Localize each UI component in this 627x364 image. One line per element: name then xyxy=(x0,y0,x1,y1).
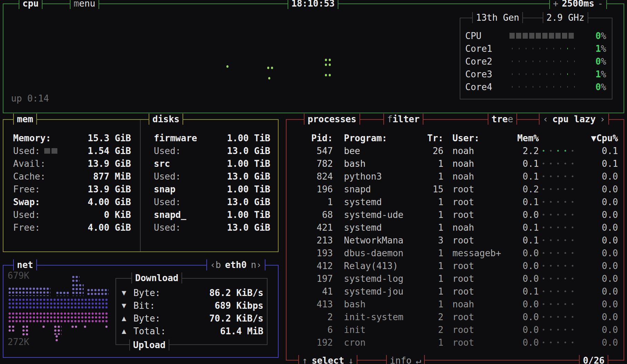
process-row[interactable]: 197systemd-log1root0.00.0 xyxy=(287,272,624,285)
process-threads: 1 xyxy=(420,299,443,309)
process-row[interactable]: 421systemd1noah0.10.0 xyxy=(287,221,624,234)
net-speed-value: 61.4 MiB xyxy=(185,326,263,336)
process-mem-percent: 0.1 xyxy=(511,286,539,297)
processes-panel-title: processes xyxy=(304,114,360,125)
process-cpu-minigraph xyxy=(539,214,577,215)
meter-dot xyxy=(519,48,520,49)
process-row[interactable]: 68systemd-ude1root0.00.0 xyxy=(287,208,624,221)
process-user: noah xyxy=(443,146,511,156)
interval-increase-button[interactable]: + xyxy=(553,0,559,9)
minigraph-dot xyxy=(564,265,566,267)
sort-next-button[interactable]: › xyxy=(600,114,605,124)
meter-block xyxy=(536,33,541,39)
memory-stat-label: Free: xyxy=(13,222,40,233)
menu-button[interactable]: menu xyxy=(70,0,99,9)
header-pid[interactable]: Pid: xyxy=(295,133,333,143)
process-row[interactable]: 2init-system2root0.00.0 xyxy=(287,310,624,323)
meter-dot xyxy=(526,60,526,62)
process-threads: 1 xyxy=(420,159,443,169)
tree-hotkey: e xyxy=(508,114,513,124)
select-up-button[interactable]: ↑ xyxy=(302,355,308,364)
net-panel: net ‹beth0n› 679K 272K Download Upload xyxy=(3,265,279,358)
usage-number: 0 xyxy=(596,31,601,41)
cpu-panel: cpu menu 18:10:53 +2500ms- up 0:14 13th … xyxy=(3,3,624,113)
process-row[interactable]: 413bash1noah0.00.0 xyxy=(287,298,624,310)
header-cpu-sorted[interactable]: ▼Cpu% xyxy=(577,133,618,143)
meter-dot xyxy=(526,73,526,75)
minigraph-dot xyxy=(557,252,559,254)
process-mem-percent: 0.2 xyxy=(511,184,539,194)
process-row[interactable]: 192cron1root0.00.0 xyxy=(287,336,624,349)
process-cpu-percent: 0.0 xyxy=(577,337,618,348)
usage-number: 0 xyxy=(596,82,601,92)
minigraph-dot xyxy=(550,278,552,279)
net-speed-value: 689 Kibps xyxy=(185,300,263,311)
core-usage-meter xyxy=(509,73,577,75)
minigraph-dot xyxy=(564,163,566,164)
meter-dot xyxy=(533,86,533,88)
process-row[interactable]: 213NetworkMana3root0.10.0 xyxy=(287,234,624,247)
usage-number: 1 xyxy=(596,44,601,54)
cpu-usage-meter xyxy=(509,33,577,39)
meter-dot xyxy=(567,48,568,49)
process-program: systemd xyxy=(333,197,420,207)
process-row[interactable]: 6init2root0.00.0 xyxy=(287,323,624,336)
net-device-next-button[interactable]: n› xyxy=(251,260,262,270)
select-label[interactable]: select xyxy=(308,355,348,364)
header-threads[interactable]: Tr: xyxy=(420,133,443,143)
core-label: Core2 xyxy=(465,56,509,67)
process-row[interactable]: 782bash1noah0.10.1 xyxy=(287,157,624,170)
header-mem[interactable]: Mem% xyxy=(511,133,539,143)
process-row[interactable]: 193dbus-daemon1messageb+0.00.0 xyxy=(287,247,624,259)
net-speed-row: ▲Total:61.4 MiB xyxy=(116,325,267,337)
meter-dot xyxy=(553,60,554,62)
process-row[interactable]: 41systemd-jou1root0.10.0 xyxy=(287,285,624,298)
process-pid: 196 xyxy=(295,184,333,194)
disk-stat-row: snap1.00 TiB xyxy=(141,183,277,195)
process-mem-percent: 0.0 xyxy=(511,261,539,271)
download-title: Download xyxy=(131,272,182,284)
interval-decrease-button[interactable]: - xyxy=(598,0,603,9)
process-cpu-percent: 0.0 xyxy=(577,299,618,309)
net-device-prev-button[interactable]: ‹b xyxy=(210,260,221,270)
process-row[interactable]: 1systemd1root0.10.0 xyxy=(287,195,624,208)
minigraph-dot xyxy=(564,214,566,215)
mem-panel-title: mem xyxy=(13,114,37,125)
disk-stat-row: Used:13.0 GiB xyxy=(141,221,277,234)
minigraph-dot xyxy=(557,290,559,292)
cpu-model-title: 13th Gen xyxy=(472,12,523,23)
process-row[interactable]: 547bee26noah2.20.1 xyxy=(287,144,624,157)
minigraph-dot xyxy=(564,329,566,331)
minigraph-dot xyxy=(543,342,544,343)
meter-dot xyxy=(519,60,520,62)
minigraph-dot xyxy=(572,201,573,203)
process-threads: 1 xyxy=(420,274,443,284)
minigraph-dot xyxy=(572,175,573,177)
process-cpu-percent: 0.0 xyxy=(577,235,618,246)
info-button[interactable]: info↵ xyxy=(386,355,425,364)
memory-stat-label: Memory: xyxy=(13,133,51,143)
process-row[interactable]: 412Relay(413)1root0.00.0 xyxy=(287,259,624,272)
tree-button[interactable]: tree xyxy=(488,114,517,125)
process-program: snapd xyxy=(333,184,420,194)
minigraph-dot xyxy=(543,227,544,228)
net-speed-row: ▲Byte:70.2 KiB/s xyxy=(116,312,267,325)
minigraph-dot xyxy=(572,329,573,331)
minigraph-dot xyxy=(564,303,566,305)
process-row[interactable]: 824python31noah0.10.0 xyxy=(287,170,624,183)
process-cpu-minigraph xyxy=(539,188,577,190)
process-threads: 1 xyxy=(420,197,443,207)
upload-arrow-icon: ▲ xyxy=(122,314,133,323)
sort-prev-button[interactable]: ‹ xyxy=(543,114,548,124)
header-user[interactable]: User: xyxy=(443,133,511,143)
core-label: CPU xyxy=(465,31,509,41)
filter-button[interactable]: filter xyxy=(383,114,423,125)
header-program[interactable]: Program: xyxy=(333,133,420,143)
process-cpu-percent: 0.0 xyxy=(577,312,618,322)
meter-dot xyxy=(560,73,561,75)
minigraph-dot xyxy=(543,163,544,164)
minigraph-dot xyxy=(550,201,552,203)
process-row[interactable]: 196snapd15root0.20.0 xyxy=(287,183,624,195)
core-usage-value: 1% xyxy=(577,69,606,79)
select-down-button[interactable]: ↓ xyxy=(348,355,354,364)
